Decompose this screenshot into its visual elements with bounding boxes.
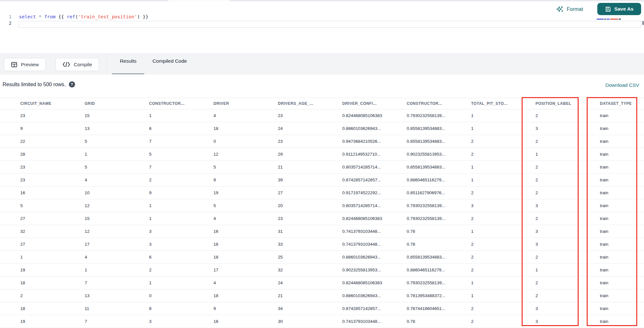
code-token-operator: *: [39, 14, 42, 19]
table-row[interactable]: 197316300.7413793103448...0.7823train: [0, 315, 644, 328]
download-csv-link[interactable]: Download CSV: [605, 82, 639, 88]
table-cell: train: [596, 319, 644, 324]
table-cell: 9: [209, 306, 274, 311]
sql-editor-pane[interactable]: Format Save As 1: [0, 2, 644, 53]
compile-button-label: Compile: [74, 62, 92, 68]
table-cell: 0.8860103626943...: [338, 293, 402, 298]
table-cell: 3: [145, 229, 209, 234]
table-cell: 2: [467, 216, 531, 221]
save-as-button[interactable]: Save As: [597, 3, 641, 15]
column-header[interactable]: DATASET_TYPE: [596, 101, 644, 106]
table-row[interactable]: 281512290.9112149532710...0.902325581395…: [0, 148, 644, 161]
column-header[interactable]: CONSTRUCTOR...: [145, 101, 209, 106]
table-row[interactable]: 2717316330.7413793103448...0.7823train: [0, 238, 644, 251]
table-row[interactable]: 191217320.9023255813953...0.886046511627…: [0, 264, 644, 277]
table-row[interactable]: 22570230.9473684210526...0.8558139534883…: [0, 135, 644, 148]
table-row[interactable]: 3212316310.7413793103448...0.7813train: [0, 225, 644, 238]
table-cell: 3: [145, 319, 209, 324]
table-cell: 2: [531, 255, 596, 260]
tab-compiled-code[interactable]: Compiled Code: [149, 58, 191, 64]
table-cell: 13: [80, 293, 145, 298]
code-token-plain: [42, 14, 44, 19]
table-cell: 1: [467, 126, 531, 131]
table-cell: 0.7674418604651...: [402, 306, 467, 311]
tab-results[interactable]: Results: [112, 58, 144, 64]
table-cell: 7: [80, 319, 145, 324]
table-cell: 21: [274, 165, 338, 169]
table-cell: 1: [145, 113, 209, 118]
table-cell: train: [596, 242, 644, 247]
table-cell: 27: [16, 216, 80, 221]
table-cell: train: [596, 229, 644, 234]
column-header[interactable]: POSITION_LABEL: [531, 101, 596, 106]
table-cell: 0.824468085106383: [338, 113, 402, 118]
column-header[interactable]: DRIVER_CONFI...: [338, 101, 402, 106]
table-cell: 27: [16, 242, 80, 247]
table-cell: 1: [80, 268, 145, 272]
table-cell: 5: [145, 152, 209, 157]
column-header[interactable]: DRIVERS_AGE_...: [274, 101, 338, 106]
table-cell: 2: [531, 178, 596, 182]
table-cell: train: [596, 113, 644, 118]
table-cell: 0.8860103626943...: [338, 126, 402, 131]
table-cell: 2: [467, 319, 531, 324]
table-cell: train: [596, 126, 644, 131]
table-cell: 4: [80, 178, 145, 182]
table-cell: 0.8860465116279...: [402, 178, 467, 182]
table-cell: train: [596, 268, 644, 272]
table-cell: 27: [274, 190, 338, 195]
table-cell: 0.78: [402, 229, 467, 234]
table-cell: 23: [274, 216, 338, 221]
table-cell: 1: [16, 255, 80, 260]
code-token-keyword: ref: [67, 14, 75, 19]
table-cell: 6: [145, 255, 209, 260]
preview-button[interactable]: Preview: [4, 58, 46, 71]
help-icon[interactable]: ?: [69, 81, 75, 87]
table-cell: 23: [16, 178, 80, 182]
table-cell: 24: [274, 280, 338, 285]
toolbar-divider: [107, 54, 107, 75]
table-row[interactable]: 271514230.8244680851063830.7930232558139…: [0, 212, 644, 225]
table-body: 231514230.8244680851063830.7930232558139…: [0, 109, 644, 328]
column-header[interactable]: CIRCUIT_NAME: [16, 101, 80, 106]
table-cell: 1: [467, 113, 531, 118]
table-cell: 0.7413793103448...: [338, 319, 402, 324]
table-row[interactable]: 51215200.8035714285714...0.7930232558139…: [0, 199, 644, 212]
table-row[interactable]: 23429390.8742857142857...0.8860465116279…: [0, 174, 644, 187]
format-button[interactable]: Format: [556, 5, 583, 14]
column-header[interactable]: GRID: [80, 101, 145, 106]
table-cell: 15: [80, 113, 145, 118]
table-row[interactable]: 14618250.8860103626943...0.8558139534883…: [0, 251, 644, 264]
column-header[interactable]: DRIVER: [209, 101, 274, 106]
table-row[interactable]: 231514230.8244680851063830.7930232558139…: [0, 109, 644, 122]
table-row[interactable]: 181189340.8742857142857...0.767441860465…: [0, 302, 644, 315]
editor-scrollbar-thumb[interactable]: [642, 21, 644, 25]
table-row[interactable]: 213018210.8860103626943...0.781395348837…: [0, 289, 644, 302]
table-row[interactable]: 18714240.8244680851063830.7930232558139.…: [0, 277, 644, 289]
table-cell: 0.7813953488372...: [402, 293, 467, 298]
table-cell: 33: [274, 242, 338, 247]
table-cell: 3: [531, 229, 596, 234]
table-cell: 5: [16, 203, 80, 208]
table-cell: 2: [531, 165, 596, 169]
code-line-1[interactable]: select * from {{ ref('train_test_positio…: [19, 14, 148, 19]
table-cell: 0.7413793103448...: [338, 229, 402, 234]
column-header[interactable]: CONSTRUCTOR...: [402, 101, 467, 106]
results-table: CIRCUIT_NAMEGRIDCONSTRUCTOR...DRIVERDRIV…: [0, 98, 644, 328]
table-cell: 7: [80, 280, 145, 285]
table-cell: 32: [16, 229, 80, 234]
table-row[interactable]: 1610919270.9171974522292...0.85116279069…: [0, 187, 644, 199]
format-button-label: Format: [567, 6, 583, 12]
table-cell: 23: [274, 139, 338, 144]
table-cell: 16: [209, 229, 274, 234]
table-cell: 2: [145, 178, 209, 182]
table-cell: 1: [145, 203, 209, 208]
table-cell: 1: [467, 165, 531, 169]
save-as-button-label: Save As: [614, 6, 634, 12]
table-row[interactable]: 23575210.8035714285714...0.8558139534883…: [0, 161, 644, 174]
top-tab-strip: [0, 0, 644, 1]
table-cell: 3: [531, 319, 596, 324]
table-row[interactable]: 913618240.8860103626943...0.855813953488…: [0, 122, 644, 135]
compile-button[interactable]: Compile: [55, 58, 99, 71]
column-header[interactable]: TOTAL_PIT_STO...: [467, 101, 531, 106]
